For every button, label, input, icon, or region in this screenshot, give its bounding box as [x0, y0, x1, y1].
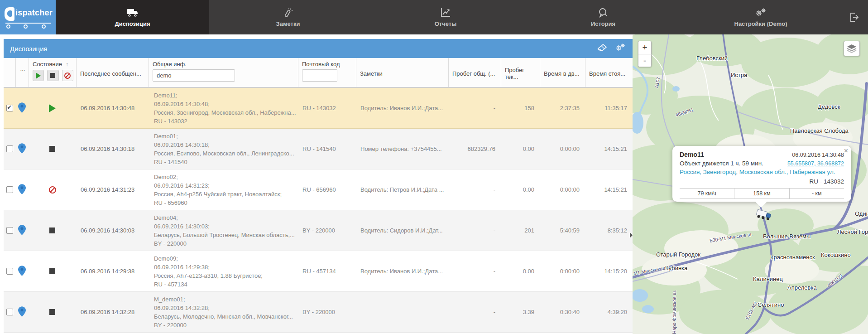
row-checkbox[interactable] — [6, 105, 13, 111]
cell-mileage-total: 682329.76 — [448, 129, 501, 169]
layers-icon — [847, 44, 857, 53]
location-pin-icon — [18, 225, 26, 235]
stop-state-icon — [49, 309, 55, 315]
panel-header: Диспозиция — [4, 39, 633, 58]
tab-reports[interactable]: Отчеты — [367, 0, 524, 34]
info-line: Россия, Есипово, Московская обл., Ленинг… — [154, 149, 296, 158]
row-checkbox[interactable] — [6, 309, 13, 315]
table-row[interactable]: 06.09.2016 14:30:48Demo11;06.09.2016 14:… — [4, 88, 633, 129]
table-row[interactable]: 06.09.2016 14:31:23Demo02;06.09.2016 14:… — [4, 169, 633, 210]
table-row[interactable]: 06.09.2016 14:30:18Demo01;06.09.2016 14:… — [4, 129, 633, 169]
show-on-map-button[interactable] — [18, 266, 26, 277]
cell-mileage-current: 201 — [501, 210, 540, 251]
show-on-map-button[interactable] — [18, 306, 26, 318]
cell-time-idle: 8:35:12 — [585, 210, 633, 251]
cell-marker — [15, 129, 29, 169]
general-info-filter-input[interactable] — [153, 69, 235, 82]
cell-notes: Водитель: Иванов И.И.;Дата... — [356, 88, 448, 128]
logo-wheel — [42, 24, 46, 29]
header-mileage-current-col[interactable]: Пробег тек... — [501, 58, 540, 87]
table-row[interactable]: 06.09.2016 14:32:28M_demo01;06.09.2016 1… — [4, 292, 633, 333]
header-general-info-col: Общая инф. — [149, 58, 298, 87]
table-header: ... Состояние ↑ Последнее сообщен... Общ… — [4, 58, 633, 88]
blocked-icon — [64, 73, 71, 79]
header-postal-label[interactable]: Почтовый код — [302, 61, 340, 68]
header-time-moving-col[interactable]: Время в дв... — [540, 58, 585, 87]
map-town-label: Краснознаменск — [770, 254, 815, 261]
cell-mileage-current: 0.00 — [501, 169, 540, 210]
location-pin-icon — [18, 143, 26, 154]
cell-marker — [15, 88, 29, 128]
info-line: 06.09.2016 14:30:18; — [154, 140, 296, 149]
cell-state — [29, 251, 76, 291]
header-notes-col[interactable]: Заметки — [356, 58, 448, 87]
truck-icon — [127, 8, 139, 18]
header-mileage-total-col[interactable]: Пробег общ. (... — [448, 58, 501, 87]
tab-disposition[interactable]: Диспозиция — [56, 0, 209, 34]
row-checkbox[interactable] — [6, 268, 13, 275]
header-last-message-col[interactable]: Последнее сообщен... — [76, 58, 149, 87]
gears-icon — [755, 8, 767, 18]
show-on-map-button[interactable] — [18, 102, 26, 114]
show-on-map-button[interactable] — [18, 225, 26, 237]
zoom-in-button[interactable]: + — [638, 41, 651, 54]
row-checkbox[interactable] — [6, 186, 13, 193]
tab-history[interactable]: История — [524, 0, 682, 34]
cell-time-moving: 0:00:00 — [540, 169, 585, 210]
map-road-label: Наро-Фоминское ш. — [671, 290, 677, 334]
cell-mileage-total: - — [448, 88, 501, 128]
info-line: Demo11; — [154, 91, 296, 100]
row-checkbox[interactable] — [6, 145, 13, 152]
popup-coordinates-link[interactable]: 55.655807, 36.968872 — [787, 160, 844, 167]
header-marker-col: ... — [15, 58, 29, 87]
clear-filters-button[interactable] — [597, 44, 607, 53]
filter-blocked-button[interactable] — [62, 70, 73, 81]
cell-postal-code: RU - 457134 — [298, 251, 356, 291]
cell-postal-code: BY - 220000 — [298, 292, 356, 332]
zoom-out-button[interactable]: - — [638, 54, 651, 67]
tab-label: Заметки — [276, 20, 300, 27]
tab-settings[interactable]: Настройки (Demo) — [682, 0, 839, 34]
table-row[interactable]: 06.09.2016 14:30:03Demo04;06.09.2016 14:… — [4, 210, 633, 251]
info-line: RU - 656960 — [154, 198, 296, 207]
app-logo[interactable]: ispatcher — [0, 0, 56, 34]
sort-asc-icon[interactable]: ↑ — [66, 61, 68, 68]
cell-time-idle: 14:15:21 — [585, 169, 633, 210]
info-line: Беларусь, Большой Тростенец, Минская обл… — [154, 231, 296, 239]
map-town-label: Одинцово — [855, 210, 868, 217]
map-town-label: Лесной Городок — [837, 228, 868, 235]
logo-truck-cab — [5, 7, 14, 21]
cell-time-moving: 5:40:59 — [540, 210, 585, 251]
header-general-info-label[interactable]: Общая инф. — [153, 61, 187, 68]
cell-postal-code: BY - 220000 — [298, 210, 356, 251]
cell-state — [29, 129, 76, 169]
stop-state-icon — [49, 268, 55, 274]
vehicle-popup: × Demo11 06.09.2016 14:30:48 Объект движ… — [672, 146, 851, 202]
postal-code-filter-input[interactable] — [302, 69, 337, 82]
filter-moving-button[interactable] — [33, 70, 44, 81]
header-state-label[interactable]: Состояние — [33, 61, 62, 68]
tab-notes[interactable]: Заметки — [209, 0, 367, 34]
logo-wheel — [24, 24, 28, 29]
row-checkbox[interactable] — [6, 227, 13, 234]
show-on-map-button[interactable] — [18, 184, 26, 196]
logo-chassis — [5, 23, 51, 24]
cell-notes: Номер телефона: +3754455... — [356, 129, 448, 169]
table-row[interactable]: 06.09.2016 14:29:38Demo09;06.09.2016 14:… — [4, 251, 633, 292]
logout-button[interactable] — [839, 0, 868, 34]
header-time-idle-col[interactable]: Время стоя... — [585, 58, 633, 87]
info-line: RU - 143032 — [154, 117, 296, 126]
panel-settings-button[interactable] — [614, 43, 626, 54]
map-town-label: Апрелевка — [787, 284, 817, 291]
info-line: 06.09.2016 14:31:23; — [154, 181, 296, 190]
eraser-icon — [597, 44, 607, 52]
cell-time-idle: 14:15:21 — [585, 129, 633, 169]
cell-time-moving: 0:00:00 — [540, 251, 585, 291]
filter-stopped-button[interactable] — [47, 70, 58, 81]
popup-close-button[interactable]: × — [844, 147, 848, 155]
show-on-map-button[interactable] — [18, 143, 26, 155]
popup-address-link[interactable]: Россия, Звенигород, Московская обл., Наб… — [680, 169, 844, 175]
map-pane[interactable]: + - ГлебовскийИстраДедовскПавловская Сло… — [633, 34, 868, 334]
cell-last-message: 06.09.2016 14:29:38 — [76, 251, 149, 291]
layers-button[interactable] — [844, 41, 860, 56]
